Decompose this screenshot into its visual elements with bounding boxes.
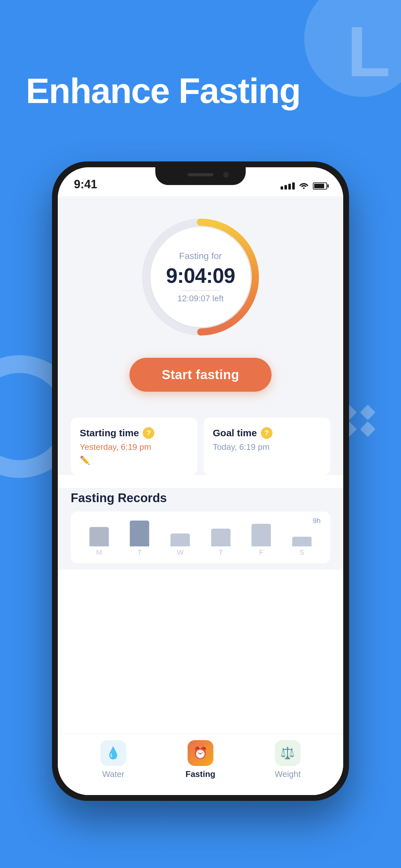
edit-starting-time-icon[interactable]: ✏️	[80, 455, 188, 465]
timer-circle-container: Fasting for 9:04:09 12:09:07 left	[136, 213, 265, 342]
phone-frame: 9:41	[52, 161, 349, 801]
nav-item-water[interactable]: 💧 Water	[88, 736, 139, 784]
records-chart: 9h M T W	[71, 512, 330, 563]
starting-time-title: Starting time ?	[80, 427, 188, 439]
fasting-nav-icon: ⏰	[188, 740, 213, 766]
phone-notch	[155, 167, 246, 185]
timer-inner: Fasting for 9:04:09 12:09:07 left	[152, 251, 249, 304]
chart-bar-fri: F	[251, 524, 271, 557]
signal-icon	[281, 182, 295, 190]
start-fasting-button[interactable]: Start fasting	[129, 358, 272, 392]
nav-label-weight: Weight	[275, 769, 301, 779]
status-icons	[281, 181, 327, 191]
time-cards-section: Starting time ? Yesterday, 6:19 pm ✏️ Go…	[58, 417, 343, 475]
goal-time-help[interactable]: ?	[261, 427, 273, 439]
svg-point-0	[303, 188, 305, 189]
app-content: Fasting Tracker ADS	[58, 196, 343, 795]
nav-label-water: Water	[102, 769, 124, 779]
phone-screen: 9:41	[58, 167, 343, 795]
chart-bar-sat: S	[292, 537, 312, 557]
starting-time-value: Yesterday, 6:19 pm	[80, 442, 188, 452]
chart-bar-tue: T	[130, 521, 149, 557]
wifi-icon	[299, 181, 309, 191]
chart-bar-wed: W	[171, 533, 190, 557]
bottom-navigation: 💧 Water ⏰ Fasting ⚖️ Weight	[58, 734, 343, 795]
notch-camera	[223, 172, 229, 178]
goal-time-title: Goal time ?	[213, 427, 321, 439]
timer-fasting-label: Fasting for	[152, 251, 249, 261]
chart-max-label: 9h	[313, 517, 320, 525]
status-time: 9:41	[74, 178, 97, 191]
nav-item-weight[interactable]: ⚖️ Weight	[262, 736, 313, 784]
scroll-content: Fasting for 9:04:09 12:09:07 left Start …	[58, 196, 343, 734]
starting-time-card: Starting time ? Yesterday, 6:19 pm ✏️	[71, 417, 197, 475]
starting-time-help[interactable]: ?	[143, 427, 154, 439]
chart-bar-mon: M	[89, 527, 109, 557]
fasting-records-section: Fasting Records 9h M T W	[58, 488, 343, 569]
chart-bar-thu: T	[211, 529, 230, 557]
page-title: Enhance Fasting	[26, 71, 375, 110]
goal-time-card: Goal time ? Today, 6:19 pm	[204, 417, 330, 475]
goal-time-value: Today, 6:19 pm	[213, 442, 321, 452]
timer-value: 9:04:09	[152, 264, 249, 288]
weight-nav-icon: ⚖️	[275, 740, 301, 766]
timer-divider	[181, 290, 220, 291]
water-nav-icon: 💧	[100, 740, 126, 766]
main-timer-section: Fasting for 9:04:09 12:09:07 left Start …	[58, 196, 343, 417]
battery-icon	[313, 182, 327, 190]
nav-item-fasting[interactable]: ⏰ Fasting	[173, 736, 228, 784]
notch-speaker	[188, 173, 213, 176]
timer-left: 12:09:07 left	[152, 293, 249, 304]
records-title: Fasting Records	[71, 491, 330, 505]
nav-label-fasting: Fasting	[186, 769, 215, 779]
